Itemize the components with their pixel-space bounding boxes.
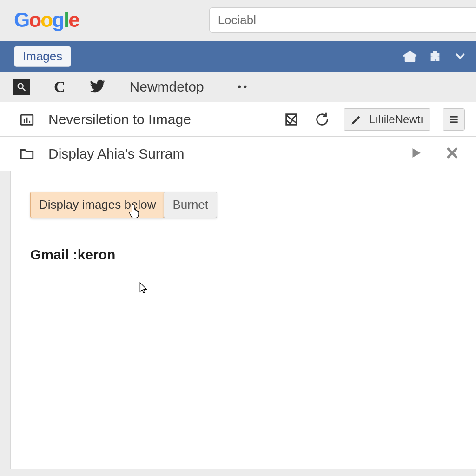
blue-nav-bar: Images — [0, 41, 476, 72]
images-tab-button[interactable]: Images — [14, 46, 71, 67]
refresh-icon[interactable] — [313, 112, 331, 127]
images-tab-label: Images — [23, 49, 62, 63]
search-icon[interactable] — [13, 79, 30, 95]
burnet-label: Burnet — [172, 198, 208, 212]
inbox-icon[interactable] — [282, 112, 301, 127]
folder-icon — [18, 146, 36, 162]
svg-rect-6 — [450, 116, 457, 117]
pencil-icon — [350, 113, 363, 126]
toolstrip-label: Newmdetop — [130, 79, 204, 95]
search-input[interactable]: Lociabl — [209, 7, 476, 33]
content-wrap: Display images below Burnet Gmail :keron — [0, 171, 476, 469]
twitter-icon[interactable] — [90, 78, 106, 96]
google-logo: Google — [14, 10, 79, 30]
display-images-button[interactable]: Display images below — [30, 192, 165, 218]
svg-point-0 — [18, 83, 23, 88]
play-icon[interactable] — [409, 146, 423, 162]
home-icon[interactable] — [402, 48, 418, 65]
button-row: Display images below Burnet — [30, 192, 456, 218]
svg-rect-7 — [450, 119, 457, 120]
edit-button-label: LılıileNewtı — [369, 113, 423, 126]
close-icon[interactable] — [445, 146, 459, 162]
content-pane: Display images below Burnet Gmail :keron — [10, 171, 476, 469]
extension-icon[interactable] — [427, 48, 443, 65]
row2-title: Display Ahia's Surram — [48, 146, 397, 162]
search-value: Lociabl — [218, 13, 256, 27]
more-icon[interactable]: •• — [228, 80, 249, 93]
svg-rect-8 — [450, 121, 457, 123]
title-row-2: Display Ahia's Surram — [0, 137, 476, 171]
burnet-button[interactable]: Burnet — [164, 192, 217, 218]
chevron-down-icon[interactable] — [452, 48, 469, 65]
display-images-label: Display images below — [39, 198, 156, 212]
tool-strip: C Newmdetop •• — [0, 72, 476, 102]
top-header: Google Lociabl — [0, 0, 476, 41]
title-row-1: Neversiletion to Iımage LılıileNewtı — [0, 102, 476, 137]
content-heading: Gmail :keron — [30, 247, 456, 263]
chart-folder-icon — [18, 112, 36, 127]
svg-line-1 — [23, 88, 26, 91]
menu-icon[interactable] — [443, 108, 465, 131]
cursor-arrow-icon — [139, 282, 149, 294]
edit-button[interactable]: LılıileNewtı — [344, 108, 430, 131]
c-icon[interactable]: C — [54, 78, 66, 96]
row1-title: Neversiletion to Iımage — [48, 112, 270, 127]
